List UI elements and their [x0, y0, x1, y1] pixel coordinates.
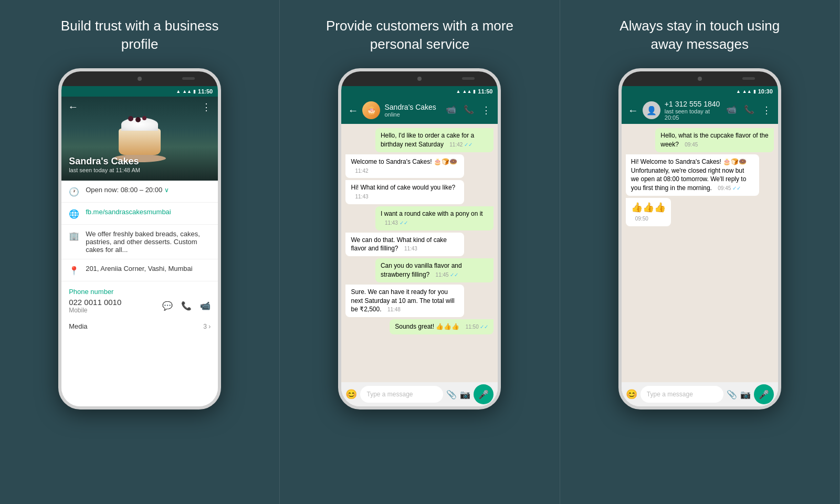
business-description: We offer freshly baked breads, cakes, pa… — [86, 230, 211, 254]
pin-icon: 📍 — [69, 266, 79, 276]
msg-8-text: Sounds great! 👍👍👍 — [395, 323, 459, 330]
chat-header-info-2: Sandra's Cakes online — [384, 103, 442, 118]
status-time-3: 10:30 — [758, 88, 773, 94]
chat-menu-icon[interactable]: ⋮ — [481, 104, 491, 116]
chat-avatar-2: 🎂 — [362, 101, 380, 119]
chat-header-icons-2: 📹 📞 ⋮ — [446, 104, 491, 116]
media-count: 3 › — [203, 323, 211, 330]
status-bar-2: ▲ ▲▲ ▮ 11:50 — [341, 86, 498, 97]
description-row: 🏢 We offer freshly baked breads, cakes, … — [61, 225, 218, 259]
phone-action-buttons: 💬 📞 📹 — [162, 301, 211, 311]
phone-section-label: Phone number — [69, 288, 211, 296]
profile-header: ← ⋮ Sandra's Cakes last seen today at 11… — [61, 97, 218, 181]
wifi-icon: ▲ — [176, 89, 181, 94]
status-time-1: 11:50 — [198, 88, 213, 94]
msg-5: We can do that. What kind of cake flavor… — [345, 233, 464, 257]
chat-contact-name: Sandra's Cakes — [384, 103, 442, 111]
phone-number-value: 022 0011 0010 — [69, 298, 121, 307]
back-icon-3[interactable]: ← — [628, 104, 638, 117]
status-time-2: 11:50 — [478, 88, 492, 94]
camera-icon-2[interactable]: 📷 — [460, 390, 470, 400]
media-label: Media — [69, 322, 87, 330]
msg-3: Hi! What kind of cake would you like? 11… — [345, 180, 464, 204]
video-call-icon-3[interactable]: 📹 — [726, 104, 737, 116]
emoji-icon-3[interactable]: 😊 — [626, 388, 637, 400]
signal-icon: ▲▲ — [182, 89, 192, 94]
battery-icon: ▮ — [193, 89, 196, 94]
voice-call-icon[interactable]: 📞 — [464, 104, 474, 116]
msg-3-time: 11:43 — [355, 193, 368, 201]
away-msg-3: 👍 👍 👍 09:50 — [626, 198, 671, 226]
away-msg-1: Hello, what is the cupcake flavor of the… — [655, 128, 774, 152]
msg-4: I want a round cake with a pony on it 11… — [375, 206, 494, 230]
chat-menu-icon-3[interactable]: ⋮ — [762, 104, 772, 116]
website-link[interactable]: fb.me/sandrascakesmumbai — [86, 208, 171, 216]
phone-number-section: Phone number 022 0011 0010 Mobile 💬 📞 📹 — [61, 281, 218, 317]
panel3-title: Always stay in touch using away messages — [605, 17, 794, 54]
address-row: 📍 201, Areniia Corner, Vashi, Mumbai — [61, 259, 218, 281]
emoji-icon-2[interactable]: 😊 — [345, 388, 357, 400]
voice-call-icon-3[interactable]: 📞 — [744, 104, 754, 116]
chat-avatar-3: 👤 — [643, 101, 660, 119]
msg-6-tick: ✓✓ — [450, 272, 458, 278]
phone-type-label: Mobile — [69, 307, 121, 314]
phone-notch-3 — [622, 71, 778, 86]
battery-icon-3: ▮ — [753, 89, 756, 94]
message-input-2[interactable]: Type a message — [360, 386, 443, 403]
phone-number-info: 022 0011 0010 Mobile — [69, 298, 121, 314]
last-seen: last seen today at 11:48 AM — [69, 167, 140, 173]
wifi-icon-3: ▲ — [736, 89, 741, 94]
message-action-icon[interactable]: 💬 — [162, 301, 173, 311]
back-icon-2[interactable]: ← — [348, 104, 358, 117]
msg-2-time: 11:42 — [355, 167, 368, 175]
phone-screen-1: ← ⋮ Sandra's Cakes last seen today at 11… — [61, 97, 218, 406]
chat-header-info-3: +1 312 555 1840 last seen today at 20:05 — [665, 100, 722, 121]
profile-info-section: 🕐 Open now: 08:00 – 20:00 ∨ 🌐 fb.me/sand… — [61, 181, 218, 406]
menu-dots-icon[interactable]: ⋮ — [202, 101, 212, 113]
phone-3: ▲ ▲▲ ▮ 10:30 ← 👤 +1 312 555 1840 last se… — [618, 68, 781, 410]
chat-contact-status-3: last seen today at 20:05 — [665, 108, 722, 121]
attach-icon-3[interactable]: 📎 — [727, 390, 737, 400]
chat-header-icons-3: 📹 📞 ⋮ — [726, 104, 772, 116]
contact-avatar-icon: 👤 — [646, 106, 657, 116]
thumbs-up-row: 👍 👍 👍 — [631, 201, 666, 214]
globe-icon: 🌐 — [69, 209, 79, 219]
msg-1-time: 11:42 ✓✓ — [449, 141, 472, 149]
building-icon: 🏢 — [69, 231, 79, 241]
phone-2: ▲ ▲▲ ▮ 11:50 ← 🎂 Sandra's Cakes online 📹… — [338, 68, 501, 410]
profile-toolbar: ← ⋮ — [61, 97, 218, 117]
video-call-icon[interactable]: 📹 — [446, 104, 456, 116]
input-placeholder-3: Type a message — [647, 391, 693, 398]
address-text: 201, Areniia Corner, Vashi, Mumbai — [86, 265, 193, 272]
mic-button-3[interactable]: 🎤 — [754, 384, 774, 404]
status-icons-1: ▲ ▲▲ ▮ — [176, 89, 196, 94]
away-msg-1-time: 09:45 — [685, 141, 698, 149]
video-action-icon[interactable]: 📹 — [200, 301, 211, 311]
msg-7: Sure. We can have it ready for you next … — [345, 285, 464, 317]
phone-screen-2: ← 🎂 Sandra's Cakes online 📹 📞 ⋮ Hello, I… — [341, 97, 498, 406]
chat-header-2: ← 🎂 Sandra's Cakes online 📹 📞 ⋮ — [341, 97, 498, 124]
call-action-icon[interactable]: 📞 — [181, 301, 192, 311]
website-row: 🌐 fb.me/sandrascakesmumbai — [61, 203, 218, 225]
msg-3-text: Hi! What kind of cake would you like? — [351, 184, 455, 191]
camera-icon-3[interactable]: 📷 — [740, 390, 751, 400]
chat-contact-status: online — [384, 111, 442, 118]
status-bar-1: ▲ ▲▲ ▮ 11:50 — [61, 86, 218, 97]
signal-icon-3: ▲▲ — [742, 89, 752, 94]
msg-4-tick: ✓✓ — [400, 220, 408, 226]
hours-dropdown-icon[interactable]: ∨ — [164, 186, 169, 194]
msg-4-time: 11:43 ✓✓ — [385, 219, 408, 227]
phone-notch-1 — [61, 71, 218, 86]
back-icon[interactable]: ← — [68, 101, 78, 113]
away-msg-3-time: 09:50 — [635, 215, 648, 223]
media-row[interactable]: Media 3 › — [61, 317, 218, 335]
away-msg-1-text: Hello, what is the cupcake flavor of the… — [660, 132, 768, 148]
panel-business-profile: Build trust with a business profile ▲ ▲▲… — [0, 0, 280, 504]
mic-button-2[interactable]: 🎤 — [474, 384, 494, 404]
message-input-3[interactable]: Type a message — [640, 386, 723, 403]
panel-personal-service: Provide customers with a more personal s… — [280, 0, 560, 504]
chat-input-bar-2: 😊 Type a message 📎 📷 🎤 — [341, 382, 498, 406]
attach-icon-2[interactable]: 📎 — [446, 390, 457, 400]
msg-8-tick: ✓✓ — [480, 324, 488, 330]
panel2-title: Provide customers with a more personal s… — [325, 17, 514, 54]
